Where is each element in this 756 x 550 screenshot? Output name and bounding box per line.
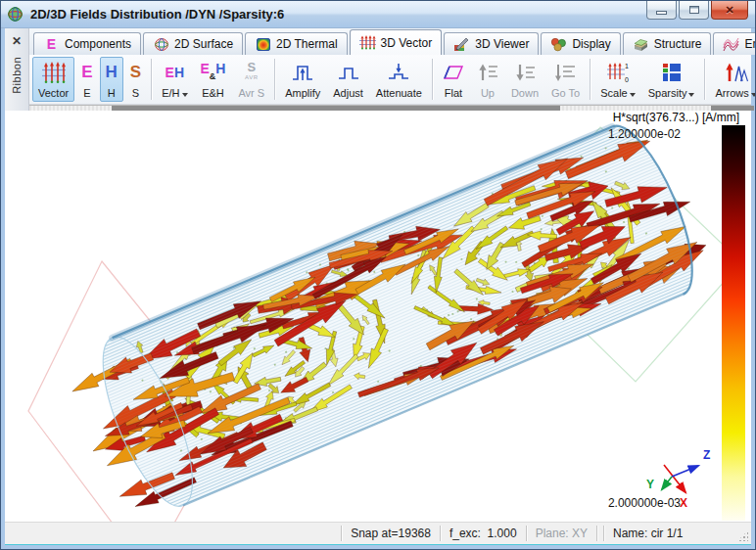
toolbar-button-up[interactable]: Up: [471, 57, 504, 102]
components-e-icon: E: [43, 36, 60, 52]
ribbon-toolbar: Vector E E H H S S: [29, 55, 751, 105]
status-f-exc: f_exc: 1.000: [441, 527, 526, 540]
y-axis-line: [662, 477, 672, 489]
e-and-h-icon: E&H: [201, 60, 226, 85]
toolbar-button-adjust[interactable]: Adjust: [327, 57, 369, 102]
e-field-icon: E: [81, 60, 92, 85]
toolbar-separator: [151, 59, 152, 100]
tab-2d-surface[interactable]: 2D Surface: [143, 32, 243, 55]
window-title: 2D/3D Fields Distribution /DYN /Sparsity…: [30, 7, 284, 22]
svg-text:1: 1: [625, 63, 629, 69]
structure-layers-icon: [633, 36, 649, 52]
dropdown-caret-icon: [751, 93, 756, 97]
toolbar-separator: [432, 59, 433, 100]
ribbon-close-button[interactable]: ✕: [9, 33, 24, 49]
tab-components[interactable]: E Components: [33, 32, 141, 55]
tab-label: Structure: [654, 37, 702, 51]
tab-envelope[interactable]: Envelope: [713, 32, 756, 55]
tab-label: 3D Viewer: [475, 37, 529, 51]
toolbar-button-down[interactable]: Down: [505, 57, 544, 102]
x-axis-line: [664, 465, 685, 492]
goto-icon: [555, 60, 577, 85]
toolbar-button-h[interactable]: H H: [100, 57, 123, 102]
status-name: Name: cir 1/1: [604, 527, 751, 540]
toolbar-separator: [704, 59, 705, 100]
dropdown-caret-icon: [688, 93, 694, 97]
toolbar-button-amplify[interactable]: Amplify: [279, 57, 326, 102]
scale-icon: 10: [606, 60, 630, 85]
display-spheres-icon: [550, 36, 567, 52]
tab-label: Display: [572, 37, 610, 51]
thermal-map-icon: [255, 36, 271, 52]
toolbar-button-vector[interactable]: Vector: [32, 57, 74, 102]
viewer-pen-icon: [453, 36, 470, 52]
envelope-mesh-icon: [723, 36, 739, 52]
flat-icon: [443, 60, 464, 85]
toolbar-button-s[interactable]: S S: [124, 57, 147, 102]
status-plane: Plane: XY: [527, 527, 596, 540]
x-axis-label: X: [680, 496, 687, 510]
toolbar-button-attenuate[interactable]: Attenuate: [370, 57, 428, 102]
toolbar-button-go-to[interactable]: Go To: [545, 57, 586, 102]
attenuate-icon: [387, 60, 410, 85]
window-content: ✕ Ribbon E Components 2D Surface: [5, 28, 751, 544]
colorbar-max-value: 1.200000e-02: [608, 127, 681, 141]
minimize-icon: [656, 11, 667, 15]
ribbon-panel-label[interactable]: Ribbon: [11, 57, 23, 94]
toolbar-button-arrows[interactable]: Arrows: [709, 57, 756, 102]
avr-s-icon: SAVR: [245, 60, 258, 85]
tab-display[interactable]: Display: [541, 32, 620, 55]
window-controls: ✕: [646, 1, 748, 20]
toolbar-separator: [590, 59, 591, 100]
z-axis-line: [672, 466, 698, 477]
tab-3d-vector[interactable]: 3D Vector: [350, 29, 443, 55]
close-button[interactable]: ✕: [711, 1, 748, 20]
toolbar-button-e-and-h[interactable]: E&H E&H: [195, 57, 232, 102]
minimize-button[interactable]: [646, 1, 677, 20]
toolbar-button-avr-s[interactable]: SAVR Avr S: [232, 57, 270, 102]
toolbar-button-e-over-h[interactable]: EH E/H: [156, 57, 193, 102]
toolbar-button-scale[interactable]: 10 Scale: [594, 57, 641, 102]
maximize-icon: [689, 6, 699, 14]
tab-label: 2D Surface: [174, 37, 233, 51]
toolbar-button-flat[interactable]: Flat: [437, 57, 470, 102]
sparsity-icon: [661, 60, 683, 85]
adjust-icon: [337, 60, 360, 85]
tab-structure[interactable]: Structure: [623, 32, 712, 55]
colorbar-unit-label: H*sqrt(376.73...) [A/mm]: [613, 111, 739, 124]
vector-grid-icon: [41, 60, 67, 85]
tab-3d-viewer[interactable]: 3D Viewer: [444, 32, 539, 55]
title-bar: 2D/3D Fields Distribution /DYN /Sparsity…: [1, 1, 755, 28]
vector-grid-icon: [359, 35, 376, 51]
tab-label: Envelope: [744, 37, 756, 51]
s-field-icon: S: [130, 60, 141, 85]
svg-text:0: 0: [625, 76, 629, 83]
maximize-button[interactable]: [679, 1, 709, 20]
toolbar-button-e[interactable]: E E: [75, 57, 98, 102]
status-snap: Snap at=19368: [342, 527, 440, 540]
arrows-icon: [725, 60, 748, 85]
dropdown-caret-icon: [630, 93, 636, 97]
app-window: 2D/3D Fields Distribution /DYN /Sparsity…: [0, 0, 756, 550]
dropdown-caret-icon: [182, 93, 188, 97]
eh-ratio-icon: EH: [165, 60, 184, 85]
up-icon: [477, 60, 498, 85]
toolbar-button-label: Vector: [38, 87, 69, 100]
tab-label: 3D Vector: [381, 36, 433, 50]
down-icon: [514, 60, 536, 85]
tab-label: 2D Thermal: [276, 37, 337, 51]
y-axis-label: Y: [646, 478, 654, 491]
h-field-icon: H: [106, 60, 118, 85]
tab-label: Components: [65, 37, 131, 51]
status-bar: Snap at=19368 f_exc: 1.000 Plane: XY Nam…: [5, 522, 751, 544]
surface-mesh-icon: [153, 36, 169, 52]
status-separator: [596, 526, 597, 541]
xyz-axis-triad: X Z Y: [608, 434, 726, 512]
view-tab-bar: E Components 2D Surface 2D Thermal: [29, 28, 751, 55]
ribbon-panel-tab: ✕ Ribbon: [5, 28, 29, 111]
toolbar-separator: [274, 59, 275, 100]
tab-2d-thermal[interactable]: 2D Thermal: [245, 32, 347, 55]
toolbar-button-sparsity[interactable]: Sparsity: [642, 57, 701, 102]
app-mesh-sphere-icon: [7, 6, 24, 23]
field-3d-view[interactable]: H*sqrt(376.73...) [A/mm] 1.200000e-02 2.…: [5, 111, 751, 522]
